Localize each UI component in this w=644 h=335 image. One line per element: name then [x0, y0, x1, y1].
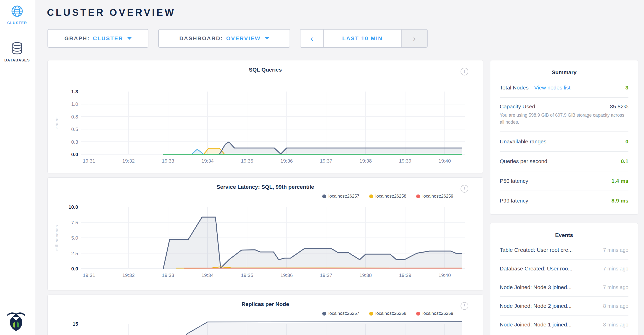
svg-text:19:39: 19:39 [399, 273, 412, 278]
chevron-right-icon: › [413, 34, 416, 43]
event-row: Database Created: User roo...7 mins ago [500, 260, 628, 278]
capacity-description: You are using 598.9 GiB of 697.9 GiB sto… [500, 112, 628, 126]
svg-text:19:33: 19:33 [162, 158, 174, 164]
graph-dropdown-value: CLUSTER [93, 35, 123, 41]
svg-text:19:34: 19:34 [201, 273, 214, 278]
summary-title: Summary [500, 69, 628, 75]
database-icon [12, 42, 23, 54]
svg-text:10.0: 10.0 [68, 204, 78, 210]
svg-text:0.0: 0.0 [71, 152, 78, 157]
events-list: Table Created: User root cre...7 mins ag… [500, 241, 628, 334]
svg-text:19:40: 19:40 [439, 158, 451, 164]
svg-text:19:34: 19:34 [201, 158, 214, 164]
chevron-left-icon: ‹ [311, 34, 313, 43]
summary-panel: Summary Total Nodes View nodes list 3 Ca… [490, 60, 638, 215]
event-row: Node Joined: Node 3 joined...7 mins ago [500, 278, 628, 297]
events-title: Events [500, 232, 628, 238]
chevron-down-icon [265, 37, 269, 40]
events-panel: Events Table Created: User root cre...7 … [490, 223, 638, 335]
svg-text:19:35: 19:35 [241, 158, 253, 164]
dashboard-dropdown-label: DASHBOARD: [179, 35, 223, 41]
cockroach-logo[interactable] [7, 311, 25, 331]
svg-text:1.3: 1.3 [71, 89, 78, 94]
event-time: 8 mins ago [603, 322, 628, 328]
svg-text:19:36: 19:36 [280, 158, 293, 164]
time-range-selector: ‹ LAST 10 MIN › [300, 29, 428, 48]
svg-text:19:38: 19:38 [359, 158, 372, 164]
event-text: Node Joined: Node 2 joined... [500, 303, 572, 309]
globe-icon [11, 5, 23, 17]
summary-row-total-nodes: Total Nodes View nodes list 3 [500, 78, 628, 98]
svg-text:milliseconds: milliseconds [54, 225, 59, 251]
svg-text:19:31: 19:31 [83, 158, 95, 164]
svg-text:19:37: 19:37 [320, 158, 332, 164]
svg-text:19:32: 19:32 [122, 158, 135, 164]
chevron-down-icon [127, 37, 132, 40]
svg-text:19:31: 19:31 [83, 273, 95, 278]
svg-text:19:40: 19:40 [439, 273, 451, 278]
cluster-overview-page: CLUSTER DATABASES [0, 0, 644, 335]
svg-text:19:38: 19:38 [359, 273, 372, 278]
svg-text:0.3: 0.3 [71, 139, 78, 145]
event-text: Database Created: User roo... [500, 266, 572, 272]
time-range-next-button[interactable]: › [401, 30, 427, 47]
graph-dropdown[interactable]: GRAPH: CLUSTER [47, 29, 148, 48]
capacity-value: 85.82% [610, 103, 628, 110]
summary-row-queries-per-second: Queries per second 0.1 [500, 152, 628, 171]
svg-text:0.5: 0.5 [71, 127, 78, 132]
time-range-label[interactable]: LAST 10 MIN [324, 30, 401, 47]
event-time: 8 mins ago [603, 303, 628, 309]
svg-text:0.8: 0.8 [71, 114, 78, 120]
sidebar-item-databases[interactable]: DATABASES [0, 42, 34, 62]
event-text: Node Joined: Node 1 joined... [500, 322, 572, 328]
dashboard-dropdown[interactable]: DASHBOARD: OVERVIEW [158, 29, 290, 48]
event-row: Node Joined: Node 1 joined...8 mins ago [500, 316, 628, 334]
svg-text:19:39: 19:39 [399, 158, 412, 164]
svg-text:1.0: 1.0 [71, 101, 78, 107]
total-nodes-value: 3 [625, 85, 628, 91]
event-text: Table Created: User root cre... [500, 247, 573, 253]
summary-row-unavailable-ranges: Unavailable ranges 0 [500, 132, 628, 152]
view-nodes-list-link[interactable]: View nodes list [534, 85, 571, 90]
chart-card-service-latency: Service Latency: SQL, 99th percentile ! … [47, 177, 483, 290]
event-time: 7 mins ago [603, 284, 628, 290]
chart-card-replicas-per-node: Replicas per Node ! localhost:26257local… [47, 295, 483, 335]
dashboard-dropdown-value: OVERVIEW [226, 35, 261, 41]
replicas-per-node-chart[interactable]: 151019:3119:3219:3319:3419:3519:3619:371… [48, 295, 483, 335]
summary-row-capacity: Capacity Used 85.82% You are using 598.9… [500, 98, 628, 132]
sidebar: CLUSTER DATABASES [0, 0, 35, 335]
event-row: Node Joined: Node 2 joined...8 mins ago [500, 297, 628, 316]
summary-row-p50-latency: P50 latency 1.4 ms [500, 171, 628, 191]
svg-text:19:36: 19:36 [280, 273, 293, 278]
sidebar-item-label: DATABASES [0, 58, 34, 62]
svg-text:19:37: 19:37 [320, 273, 332, 278]
event-row: Table Created: User root cre...7 mins ag… [500, 241, 628, 260]
event-text: Node Joined: Node 3 joined... [500, 284, 572, 290]
svg-text:19:32: 19:32 [122, 273, 135, 278]
service-latency-chart[interactable]: 10.07.55.02.50.019:3119:3219:3319:3419:3… [48, 178, 483, 291]
event-time: 7 mins ago [603, 266, 628, 272]
svg-text:15: 15 [73, 321, 78, 327]
sidebar-item-label: CLUSTER [0, 21, 34, 25]
total-nodes-label: Total Nodes [500, 85, 529, 90]
svg-text:19:35: 19:35 [241, 273, 253, 278]
svg-text:count: count [54, 117, 59, 129]
svg-text:2.5: 2.5 [71, 251, 78, 256]
capacity-label: Capacity Used [500, 103, 535, 110]
summary-row-p99-latency: P99 latency 8.9 ms [500, 191, 628, 210]
svg-text:5.0: 5.0 [71, 235, 78, 241]
page-title: CLUSTER OVERVIEW [47, 7, 176, 18]
svg-text:7.5: 7.5 [71, 220, 78, 225]
time-range-prev-button[interactable]: ‹ [300, 30, 324, 47]
sidebar-item-cluster[interactable]: CLUSTER [0, 5, 34, 25]
svg-text:0.0: 0.0 [71, 266, 78, 271]
chart-card-sql-queries: SQL Queries ! 1.31.00.80.50.30.019:3119:… [47, 60, 483, 173]
graph-dropdown-label: GRAPH: [64, 35, 90, 41]
event-time: 7 mins ago [603, 247, 628, 253]
svg-text:19:33: 19:33 [162, 273, 174, 278]
sql-queries-chart[interactable]: 1.31.00.80.50.30.019:3119:3219:3319:3419… [48, 60, 483, 173]
